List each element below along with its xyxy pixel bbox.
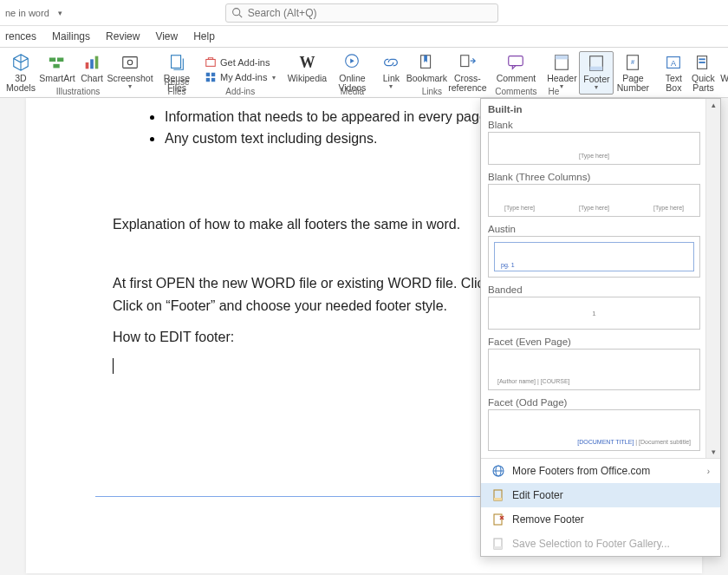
ribbon: 3D Models SmartArt Chart Screenshot ▾ Il…	[0, 48, 728, 98]
comment-icon	[506, 53, 525, 72]
scroll-up-icon[interactable]: ▴	[712, 101, 716, 109]
svg-rect-12	[206, 73, 210, 76]
group-reuse-files: Reuse Files Reuse Files	[159, 48, 194, 97]
svg-rect-6	[90, 59, 94, 69]
tab-help[interactable]: Help	[193, 27, 215, 46]
remove-footer-icon	[491, 513, 505, 526]
tab-review[interactable]: Review	[106, 27, 140, 46]
gallery-item-label: Blank (Three Columns)	[488, 170, 700, 184]
group-label-illustrations: Illustrations	[3, 87, 153, 96]
gallery-item-label: Facet (Even Page)	[488, 335, 700, 349]
text-box-button[interactable]: A Text Box	[659, 51, 688, 95]
svg-rect-23	[590, 67, 603, 71]
link-icon	[381, 53, 400, 72]
svg-rect-11	[206, 60, 216, 67]
group-comments: Comment Comments	[494, 48, 537, 97]
svg-rect-14	[206, 78, 210, 82]
search-icon	[231, 7, 243, 18]
svg-rect-10	[172, 56, 181, 69]
group-label-header-footer: He	[548, 87, 652, 96]
remove-footer[interactable]: Remove Footer	[481, 507, 720, 532]
gallery-item-blank-3col[interactable]: [Type here] [Type here] [Type here]	[488, 184, 700, 217]
tab-references[interactable]: rences	[5, 27, 36, 46]
chart-icon	[82, 53, 101, 72]
wikipedia-button[interactable]: W Wikipedia	[286, 51, 328, 85]
edit-footer-icon	[491, 488, 505, 502]
gallery-section-builtin: Built-in	[488, 102, 700, 118]
gallery-item-label: Blank	[488, 118, 700, 132]
svg-rect-4	[53, 64, 59, 69]
gallery-item-blank[interactable]: [Type here]	[488, 132, 700, 165]
gallery-item-facet-odd[interactable]: [DOCUMENT TITLE] | [Document subtitle]	[488, 409, 700, 451]
svg-rect-19	[509, 56, 523, 66]
gallery-item-austin[interactable]: pg. 1	[488, 236, 700, 278]
svg-rect-8	[123, 57, 138, 69]
chevron-right-icon: ›	[707, 467, 710, 476]
gallery-item-label: Austin	[488, 222, 700, 236]
group-media: Online Videos Media	[335, 48, 369, 97]
group-links: Link ▾ Bookmark Cross- reference Links	[376, 48, 487, 97]
wordart-button[interactable]: A WordArt ▾	[718, 51, 728, 95]
footer-icon	[587, 54, 606, 73]
title-bar: ne in word ▾ Search (Alt+Q)	[0, 0, 728, 26]
my-addins-button[interactable]: My Add-ins ▾	[203, 70, 277, 84]
svg-rect-29	[699, 58, 705, 60]
group-illustrations: 3D Models SmartArt Chart Screenshot ▾ Il…	[3, 48, 153, 97]
chevron-down-icon: ▾	[272, 74, 276, 82]
gallery-item-banded[interactable]: 1	[488, 297, 700, 330]
gallery-item-label: Banded	[488, 283, 700, 297]
edit-footer[interactable]: Edit Footer	[481, 483, 720, 507]
group-label-addins: Add-ins	[201, 87, 279, 96]
search-input[interactable]: Search (Alt+Q)	[225, 3, 498, 23]
group-wikipedia: W Wikipedia	[286, 48, 328, 97]
svg-text:A: A	[671, 59, 677, 68]
svg-rect-2	[49, 58, 55, 62]
group-label-comments: Comments	[494, 87, 537, 96]
header-icon	[552, 53, 571, 72]
video-icon	[342, 53, 361, 72]
page-number-icon: #	[623, 53, 642, 72]
svg-rect-15	[211, 78, 215, 82]
svg-line-1	[239, 15, 242, 17]
get-addins-button[interactable]: Get Add-ins	[203, 56, 277, 69]
crossref-icon	[458, 53, 477, 72]
group-label-media: Media	[335, 87, 369, 96]
cube-icon	[11, 53, 30, 72]
group-header-footer: Header ▾ Footer ▾ # Page Number He	[544, 48, 652, 97]
text-box-icon: A	[664, 53, 683, 72]
group-text: A Text Box Quick Parts A WordArt ▾ A Dro…	[659, 48, 728, 97]
svg-rect-5	[86, 62, 89, 69]
svg-point-0	[232, 9, 239, 16]
gallery-item-label: Facet (Odd Page)	[488, 395, 700, 409]
svg-rect-3	[57, 58, 63, 62]
footer-gallery-dropdown: Built-in Blank [Type here] Blank (Three …	[480, 98, 721, 557]
group-label-links: Links	[376, 87, 487, 96]
scroll-down-icon[interactable]: ▾	[712, 448, 716, 456]
chevron-down-icon[interactable]: ▾	[58, 9, 62, 17]
window-title-fragment: ne in word	[5, 8, 49, 18]
comment-button[interactable]: Comment	[494, 51, 537, 85]
globe-icon	[491, 464, 505, 478]
svg-rect-13	[211, 73, 215, 76]
svg-rect-18	[461, 56, 469, 67]
save-selection-footer-gallery: Save Selection to Footer Gallery...	[481, 532, 720, 556]
gallery-item-facet-even[interactable]: [Author name] | [COURSE]	[488, 349, 700, 390]
smartart-icon	[48, 53, 67, 72]
save-gallery-icon	[491, 537, 505, 551]
svg-rect-21	[556, 56, 569, 60]
svg-rect-49	[494, 546, 502, 549]
svg-text:#: #	[631, 58, 635, 66]
tab-mailings[interactable]: Mailings	[52, 27, 90, 46]
reuse-files-icon	[167, 53, 186, 72]
more-footers-office[interactable]: More Footers from Office.com ›	[481, 459, 720, 483]
group-addins: Get Add-ins My Add-ins ▾ Add-ins	[201, 48, 279, 97]
bookmark-icon	[417, 53, 436, 72]
group-label-reuse: Reuse Files	[159, 77, 194, 96]
quick-parts-button[interactable]: Quick Parts	[688, 51, 718, 95]
wikipedia-icon: W	[297, 53, 316, 72]
gallery-scrollbar[interactable]: ▴ ▾	[705, 99, 720, 458]
tab-view[interactable]: View	[155, 27, 178, 46]
search-placeholder: Search (Alt+Q)	[248, 7, 317, 19]
screenshot-icon	[120, 53, 140, 72]
ribbon-tabs: rences Mailings Review View Help	[0, 26, 728, 48]
